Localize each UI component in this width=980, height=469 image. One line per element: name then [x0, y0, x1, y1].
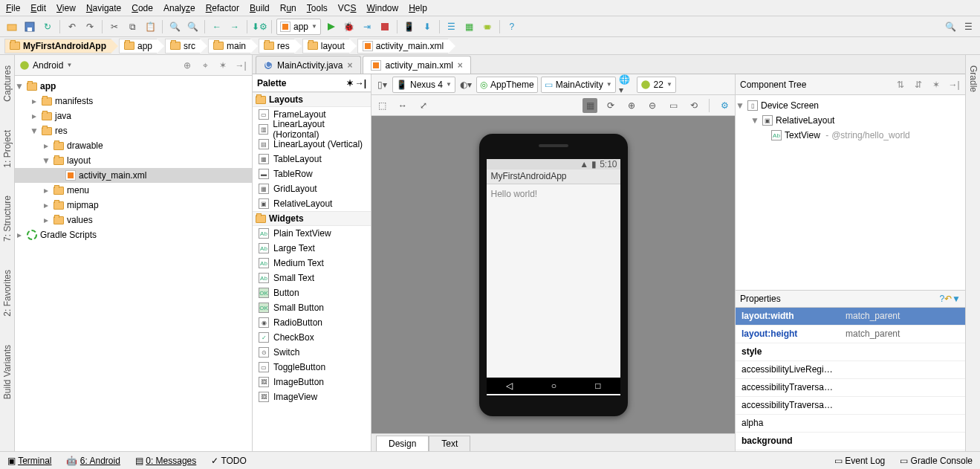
pal-imagebutton[interactable]: 🖼ImageButton — [253, 375, 371, 389]
run-icon[interactable] — [324, 19, 339, 34]
gear-icon[interactable]: ✶ — [929, 78, 943, 91]
copy-icon[interactable]: ⧉ — [125, 19, 140, 34]
property-value[interactable] — [840, 379, 965, 396]
tree-node-values[interactable]: ▸values — [15, 213, 252, 227]
hide-icon[interactable]: →| — [947, 78, 961, 91]
replace-icon[interactable]: 🔍 — [185, 19, 200, 34]
close-icon[interactable]: × — [458, 60, 463, 71]
design-canvas[interactable]: ▲ ▮ 5:10 MyFirstAndroidApp Hello world! … — [371, 116, 735, 433]
monitor-icon[interactable]: ▦ — [462, 19, 477, 34]
zoomin-icon[interactable]: ⊕ — [624, 98, 639, 113]
avd-icon[interactable]: 📱 — [402, 19, 417, 34]
tree-node-drawable[interactable]: ▸drawable — [15, 138, 252, 153]
close-icon[interactable]: × — [347, 60, 352, 71]
screen-content[interactable]: Hello world! — [487, 184, 620, 395]
menu-build[interactable]: Build — [250, 3, 270, 13]
crumb-main[interactable]: main — [208, 39, 251, 54]
project-mode[interactable]: Android — [33, 60, 63, 71]
reset-icon[interactable]: ↶ — [944, 294, 952, 304]
property-value[interactable]: match_parent — [840, 326, 965, 343]
api-combo[interactable]: 22▼ — [637, 77, 676, 93]
property-row[interactable]: accessibilityTraversalAfter — [736, 379, 965, 397]
property-row[interactable]: accessibilityTraversalBefore — [736, 397, 965, 415]
sidetab-structure[interactable]: 7: Structure — [2, 193, 13, 245]
menu-navigate[interactable]: Navigate — [86, 3, 121, 13]
collapse-icon[interactable]: ⇵ — [912, 78, 925, 91]
property-row[interactable]: layout:heightmatch_parent — [736, 326, 965, 343]
ddms-icon[interactable]: ☰ — [444, 19, 459, 34]
pal-linearv[interactable]: ▤LinearLayout (Vertical) — [253, 137, 371, 152]
tree-node-gradle[interactable]: ▸Gradle Scripts — [15, 227, 252, 242]
sidetab-captures[interactable]: Captures — [2, 62, 13, 105]
save-icon[interactable] — [22, 19, 37, 34]
zoomout-icon[interactable]: ⊖ — [645, 98, 660, 113]
cut-icon[interactable]: ✂ — [107, 19, 122, 34]
property-row[interactable]: style — [736, 343, 965, 361]
resize-icon[interactable]: ⤢ — [416, 98, 431, 113]
tab-activitymain[interactable]: activity_main.xml × — [363, 56, 471, 74]
ct-textview[interactable]: AbTextView - @string/hello_world — [736, 128, 965, 143]
tree-node-activity-main[interactable]: activity_main.xml — [15, 168, 252, 183]
locale-icon[interactable]: 🌐▾ — [619, 77, 634, 92]
device-screen[interactable]: ▲ ▮ 5:10 MyFirstAndroidApp Hello world! — [487, 159, 620, 395]
hide-icon[interactable]: →| — [234, 59, 247, 72]
ct-relativelayout[interactable]: ▼▣RelativeLayout — [736, 113, 965, 128]
refresh-icon[interactable]: ⟳ — [603, 98, 618, 113]
help-icon[interactable]: ? — [504, 19, 519, 34]
viewmode-icon[interactable]: ▦ — [583, 98, 597, 113]
pal-relativelayout[interactable]: ▣RelativeLayout — [253, 196, 371, 211]
property-value[interactable] — [840, 397, 965, 414]
find-icon[interactable]: 🔍 — [167, 19, 182, 34]
property-row[interactable]: layout:widthmatch_parent — [736, 308, 965, 326]
gear-icon[interactable]: ✶ — [216, 59, 230, 72]
property-value[interactable]: match_parent — [840, 308, 965, 325]
back-icon[interactable]: ← — [210, 19, 224, 34]
bottom-android[interactable]: 🤖 6: Android — [66, 456, 120, 466]
orientation-icon[interactable]: ▯▾ — [374, 77, 389, 92]
help-icon[interactable]: ? — [939, 294, 944, 304]
pal-gridlayout[interactable]: ▦GridLayout — [253, 181, 371, 196]
text-tab[interactable]: Text — [429, 436, 470, 451]
ct-device-screen[interactable]: ▼▯Device Screen — [736, 98, 965, 113]
pal-plaintext[interactable]: AbPlain TextView — [253, 226, 371, 241]
property-value[interactable] — [840, 433, 965, 450]
filter-icon[interactable]: ▼ — [952, 294, 961, 304]
paste-icon[interactable]: 📋 — [143, 19, 158, 34]
menu-refactor[interactable]: Refactor — [206, 3, 239, 13]
attach-icon[interactable]: ⇥ — [360, 19, 374, 34]
menu-window[interactable]: Window — [366, 3, 398, 13]
locate-icon[interactable]: ⌖ — [198, 59, 212, 72]
stop-icon[interactable] — [377, 19, 392, 34]
property-value[interactable] — [840, 415, 965, 432]
bottom-gradleconsole[interactable]: ▭ Gradle Console — [900, 456, 973, 466]
expand-icon[interactable]: ⇅ — [894, 78, 907, 91]
sidetab-gradle[interactable]: Gradle — [968, 62, 979, 95]
bottom-messages[interactable]: ▤ 0: Messages — [135, 456, 196, 466]
menu-file[interactable]: File — [6, 3, 20, 13]
make-icon[interactable]: ⬇⚙ — [252, 19, 267, 34]
sync-icon[interactable]: ↻ — [40, 19, 55, 34]
tree-node-menu[interactable]: ▸menu — [15, 183, 252, 198]
capture-icon[interactable]: ⟲ — [687, 98, 701, 113]
open-icon[interactable] — [4, 19, 19, 34]
forward-icon[interactable]: → — [227, 19, 242, 34]
pal-switch[interactable]: ⊙Switch — [253, 345, 371, 360]
crumb-src[interactable]: src — [165, 39, 201, 54]
activity-combo[interactable]: ▭MainActivity▼ — [541, 77, 616, 93]
pal-checkbox[interactable]: ✓CheckBox — [253, 330, 371, 345]
menu-run[interactable]: Run — [280, 3, 296, 13]
property-value[interactable] — [840, 361, 965, 378]
menu-vcs[interactable]: VCS — [338, 3, 357, 13]
tree-node-app[interactable]: ▼app — [15, 79, 252, 94]
property-row[interactable]: accessibilityLiveRegion — [736, 361, 965, 379]
sidetab-project[interactable]: 1: Project — [2, 127, 13, 171]
crumb-project[interactable]: MyFirstAndroidApp — [4, 39, 111, 54]
theme-combo[interactable]: ◎AppTheme — [476, 77, 538, 93]
tree-node-layout[interactable]: ▼layout — [15, 153, 252, 168]
menu-view[interactable]: View — [56, 3, 76, 13]
crumb-app[interactable]: app — [119, 39, 158, 54]
pal-smalltext[interactable]: AbSmall Text — [253, 271, 371, 285]
daynight-icon[interactable]: ◐▾ — [458, 77, 473, 92]
hide-icon[interactable]: →| — [355, 78, 366, 88]
sidetab-buildvariants[interactable]: Build Variants — [2, 342, 13, 402]
